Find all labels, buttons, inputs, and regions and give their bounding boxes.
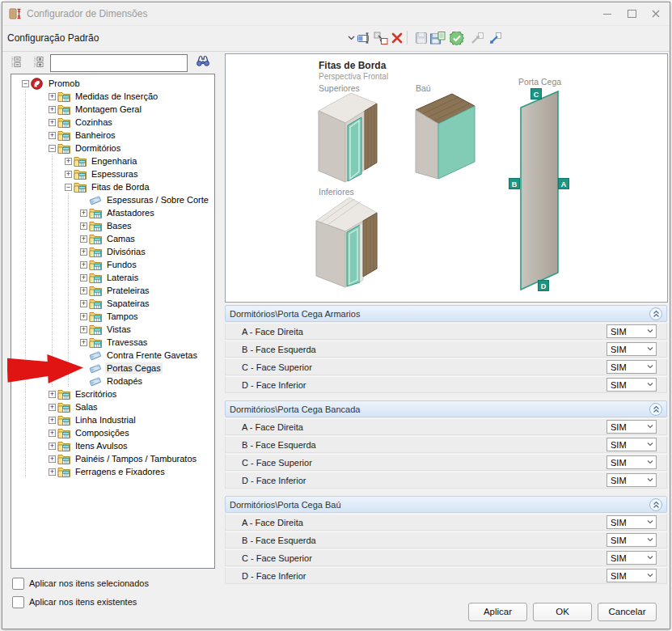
value-text: SIM [607,476,645,485]
tree-item[interactable]: −Fitas de Borda [11,180,214,193]
value-select[interactable]: SIM [606,360,657,374]
value-select[interactable]: SIM [606,473,657,487]
tree-item[interactable]: +Bases [11,219,214,232]
expand-toggle[interactable]: + [49,404,56,411]
save-icon[interactable] [413,31,429,45]
expand-toggle[interactable]: + [49,430,56,437]
expand-toggle[interactable]: + [49,119,56,126]
expand-toggle[interactable]: + [80,313,87,320]
tree-item[interactable]: +Painéis / Tampos / Tamburatos [11,452,214,465]
tree-item[interactable]: +Laterais [11,271,214,284]
ok-button[interactable]: OK [533,603,592,621]
tree-item[interactable]: +Linha Industrial [11,413,214,426]
binoculars-search-icon[interactable] [196,55,210,67]
expand-toggle[interactable]: + [49,391,56,398]
apply-button[interactable]: Aplicar [468,603,527,621]
property-row: B - Face EsquerdaSIM [225,436,667,453]
minimize-button[interactable] [595,2,619,25]
tree-item[interactable]: +Espessuras [11,167,214,180]
tree-item[interactable]: +Tampos [11,310,214,323]
tree-item[interactable]: +Salas [11,400,214,413]
tree-item[interactable]: −Promob [11,77,214,90]
apply-existing-checkbox[interactable] [12,596,24,608]
expand-toggle[interactable]: + [80,222,87,230]
expand-toggle[interactable]: + [80,326,87,333]
section-header: Dormitórios\Porta Cega Bancada [225,400,667,417]
expand-toggle[interactable]: + [80,248,87,256]
apply-selected-checkbox[interactable] [12,578,24,590]
arrow-import-icon[interactable] [487,31,502,45]
tree-item[interactable]: +Afastadores [11,206,214,219]
expand-toggle[interactable]: + [80,210,87,217]
rename-config-icon[interactable] [357,31,372,45]
expand-toggle[interactable]: + [49,132,56,139]
cancel-button[interactable]: Cancelar [598,603,657,621]
expand-toggle[interactable]: + [49,417,56,424]
tree-item[interactable]: +Escritórios [11,387,214,400]
copy-config-icon[interactable] [373,31,388,45]
tree-item[interactable]: Espessuras / Sobre Corte [11,193,214,206]
collapse-toggle[interactable]: − [22,80,29,87]
collapse-section-button[interactable] [649,403,662,416]
arrow-export-icon[interactable] [469,31,484,45]
expand-toggle[interactable]: + [65,171,72,178]
expand-toggle[interactable]: + [80,235,87,243]
expand-toggle[interactable]: + [49,455,56,463]
maximize-button[interactable] [619,2,644,25]
tree-item[interactable]: +Banheiros [11,129,214,142]
tree-item[interactable]: −Dormitórios [11,142,214,155]
tree-item-label: Promob [47,78,82,89]
delete-config-icon[interactable] [389,31,404,45]
tree-item[interactable]: +Fundos [11,258,214,271]
value-select[interactable]: SIM [606,342,657,356]
expand-all-icon[interactable] [33,56,44,68]
collapse-all-icon[interactable] [11,56,22,68]
collapse-toggle[interactable]: − [65,184,72,191]
save-table-icon[interactable] [430,31,446,45]
value-select[interactable]: SIM [606,420,657,434]
tree-item[interactable]: +Sapateiras [11,297,214,310]
apply-check-icon[interactable] [449,31,464,45]
tree-item[interactable]: +Composições [11,426,214,439]
annotation-arrow [7,353,85,388]
chevron-down-icon[interactable] [345,32,357,44]
value-select[interactable]: SIM [606,533,657,547]
value-select[interactable]: SIM [606,515,657,529]
tree-item[interactable]: +Cozinhas [11,116,214,129]
collapse-section-button[interactable] [649,498,662,511]
tree-item[interactable]: +Travessas [11,336,214,349]
close-button[interactable] [644,2,668,25]
tree-item[interactable]: +Vistas [11,323,214,336]
expand-toggle[interactable]: + [49,93,56,100]
tree-item[interactable]: +Divisórias [11,245,214,258]
collapse-section-button[interactable] [649,307,662,320]
value-select[interactable]: SIM [606,438,657,451]
configuration-combo[interactable]: Configuração Padrão [2,32,99,44]
expand-toggle[interactable]: + [80,274,87,282]
tree-guide-line [52,206,53,219]
tree-item[interactable]: +Camas [11,232,214,245]
tree-guide-line [25,413,26,426]
tree-item[interactable]: +Engenharia [11,155,214,167]
search-input[interactable] [50,54,188,72]
tree-item[interactable]: +Itens Avulsos [11,439,214,452]
collapse-toggle[interactable]: − [49,145,56,152]
expand-toggle[interactable]: + [80,339,87,346]
expand-toggle[interactable]: + [49,106,56,113]
expand-toggle[interactable]: + [80,300,87,307]
expand-toggle[interactable]: + [49,468,56,476]
value-select[interactable]: SIM [606,455,657,469]
value-select[interactable]: SIM [606,569,657,582]
section: Dormitórios\Porta Cega ArmariosA - Face … [225,305,667,393]
value-select[interactable]: SIM [606,378,657,392]
tree-item[interactable]: +Prateleiras [11,284,214,297]
value-select[interactable]: SIM [606,551,657,565]
tree-item[interactable]: +Ferragens e Fixadores [11,465,214,478]
tree-item[interactable]: +Montagem Geral [11,103,214,116]
expand-toggle[interactable]: + [80,287,87,294]
expand-toggle[interactable]: + [65,158,72,165]
tree-item[interactable]: +Medidas de Inserção [11,90,214,103]
value-select[interactable]: SIM [606,324,657,338]
expand-toggle[interactable]: + [80,261,87,269]
expand-toggle[interactable]: + [49,443,56,450]
